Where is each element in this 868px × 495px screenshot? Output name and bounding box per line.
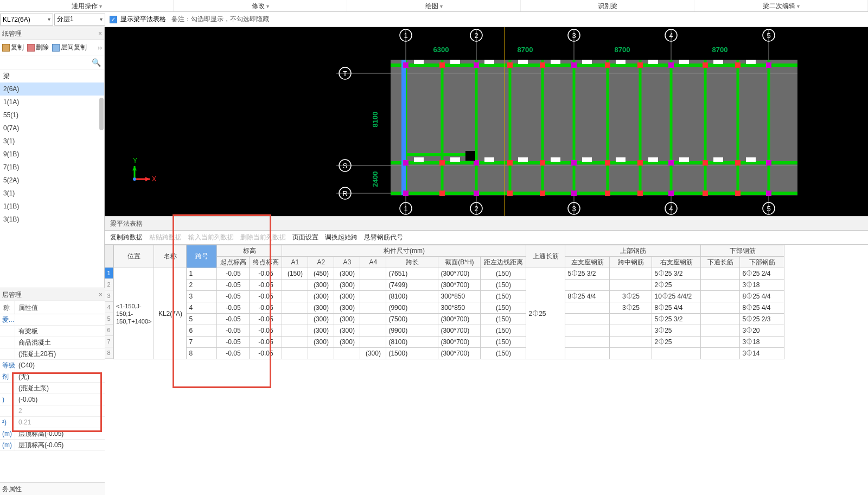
tool-swap-start[interactable]: 调换起始跨 bbox=[325, 233, 358, 242]
svg-text:T: T bbox=[343, 69, 347, 78]
svg-text:8100: 8100 bbox=[371, 112, 379, 128]
property-row[interactable]: ²)0.21 bbox=[0, 417, 105, 428]
svg-rect-73 bbox=[507, 160, 513, 166]
svg-rect-74 bbox=[540, 160, 545, 166]
property-row[interactable]: 等级(C40) bbox=[0, 360, 105, 371]
table-row[interactable]: 7-0.05-0.05(300)(300)(8100)(300*700)(150… bbox=[114, 337, 784, 348]
svg-rect-68 bbox=[735, 62, 741, 68]
tool-delete-col[interactable]: 删除当前列数据 bbox=[240, 233, 286, 242]
svg-rect-110 bbox=[551, 157, 560, 162]
svg-rect-99 bbox=[551, 60, 560, 64]
search-row[interactable]: 🔍 bbox=[0, 55, 104, 69]
table-row[interactable]: 5-0.05-0.05(300)(300)(7500)(300*700)(150… bbox=[114, 314, 784, 325]
top-tab-general[interactable]: 通用操作▾ bbox=[0, 0, 174, 11]
svg-rect-57 bbox=[401, 60, 406, 195]
table-row[interactable]: 4-0.05-0.05(300)(300)(9900)300*850(150)3… bbox=[114, 302, 784, 314]
svg-rect-92 bbox=[735, 191, 741, 196]
data-grid[interactable]: 12345678 位置 名称 跨号 标高 构件尺寸(mm) 上通长筋 bbox=[105, 245, 868, 359]
tool-paste-span[interactable]: 粘贴跨数据 bbox=[149, 233, 182, 242]
more-icon[interactable]: ›› bbox=[98, 44, 102, 52]
beam-selector[interactable]: KL72(6A)▾ bbox=[0, 14, 53, 26]
top-tab-secondary[interactable]: 梁二次编辑▾ bbox=[694, 0, 868, 11]
tool-copy-span[interactable]: 复制跨数据 bbox=[110, 233, 143, 242]
svg-rect-63 bbox=[571, 62, 577, 68]
svg-rect-72 bbox=[474, 160, 479, 166]
scrollbar-thumb[interactable] bbox=[99, 98, 104, 130]
property-row[interactable]: 有梁板 bbox=[0, 326, 105, 337]
panel-close-icon[interactable]: × bbox=[98, 27, 102, 40]
svg-text:Y: Y bbox=[133, 157, 137, 164]
svg-rect-79 bbox=[703, 160, 708, 166]
beam-data-table[interactable]: 位置 名称 跨号 标高 构件尺寸(mm) 上通长筋 上部钢筋 下部钢筋 起点标高… bbox=[113, 245, 784, 359]
property-row[interactable]: 2 bbox=[0, 405, 105, 417]
svg-rect-101 bbox=[616, 60, 626, 64]
left-sidebar: 纸管理 × 复制 删除 层间复制 ›› 🔍 梁 2(6A) 1(1A) 55(1… bbox=[0, 27, 105, 495]
svg-rect-111 bbox=[582, 157, 592, 162]
tree-item[interactable]: 3(1) bbox=[0, 187, 104, 200]
svg-text:5: 5 bbox=[767, 205, 770, 213]
top-tab-draw[interactable]: 绘图▾ bbox=[347, 0, 521, 11]
search-icon[interactable]: 🔍 bbox=[92, 58, 101, 67]
tree-item[interactable]: 2(6A) bbox=[0, 82, 104, 96]
property-row[interactable]: (m)层顶标高(-0.05) bbox=[0, 428, 105, 440]
property-row[interactable]: (m)层顶标高(-0.05) bbox=[0, 440, 105, 451]
tree-item[interactable]: 5(2A) bbox=[0, 174, 104, 187]
table-row[interactable]: 8-0.05-0.05(300)(1500)(300*700)(150)3⏀14 bbox=[114, 348, 784, 359]
table-title: 梁平法表格 bbox=[105, 217, 868, 231]
tree-item[interactable]: 9(1B) bbox=[0, 148, 104, 161]
property-row[interactable]: 剂(无) bbox=[0, 371, 105, 383]
tree-item[interactable]: 3(1B) bbox=[0, 213, 104, 226]
svg-rect-98 bbox=[518, 60, 528, 64]
svg-text:R: R bbox=[342, 189, 347, 198]
drawing-viewport[interactable]: 12345 12345 TSR 6300870087008700 8100240… bbox=[105, 27, 868, 216]
top-tab-recognize[interactable]: 识别梁 bbox=[521, 0, 694, 11]
top-tab-bar: 通用操作▾ 修改▾ 绘图▾ 识别梁 梁二次编辑▾ bbox=[0, 0, 868, 12]
tree-item[interactable]: 3(1) bbox=[0, 135, 104, 148]
property-row[interactable]: (混凝土20石) bbox=[0, 348, 105, 360]
tree-item[interactable]: 55(1) bbox=[0, 109, 104, 122]
svg-rect-96 bbox=[450, 60, 460, 64]
svg-marker-123 bbox=[145, 177, 150, 181]
prop-footer[interactable]: 务属性 bbox=[0, 482, 105, 495]
note-text: 备注：勾选即显示，不勾选即隐藏 bbox=[171, 15, 269, 24]
show-table-label: 显示梁平法表格 bbox=[120, 15, 166, 24]
tool-cantilever[interactable]: 悬臂钢筋代号 bbox=[364, 233, 403, 242]
property-row[interactable]: (混凝土泵) bbox=[0, 383, 105, 394]
svg-rect-93 bbox=[766, 191, 771, 196]
panel-close-icon[interactable]: × bbox=[99, 288, 103, 301]
tree-item[interactable]: 7(1B) bbox=[0, 161, 104, 174]
svg-rect-112 bbox=[616, 157, 626, 162]
svg-text:5: 5 bbox=[767, 31, 770, 40]
tree-item[interactable]: 1(1B) bbox=[0, 200, 104, 213]
svg-rect-105 bbox=[746, 60, 756, 64]
table-row[interactable]: 3-0.05-0.05(300)(300)(8100)300*850(150)8… bbox=[114, 291, 784, 302]
selector-row: KL72(6A)▾ 分层1▾ ✓ 显示梁平法表格 备注：勾选即显示，不勾选即隐藏 bbox=[0, 12, 868, 27]
table-row[interactable]: 6-0.05-0.05(300)(300)(9900)(300*700)(150… bbox=[114, 325, 784, 337]
top-tab-modify[interactable]: 修改▾ bbox=[174, 0, 347, 11]
copy-button[interactable]: 复制 bbox=[2, 43, 24, 52]
table-row[interactable]: 2-0.05-0.05(300)(300)(7499)(300*700)(150… bbox=[114, 280, 784, 291]
svg-point-125 bbox=[133, 177, 136, 181]
delete-button[interactable]: 删除 bbox=[27, 43, 49, 52]
svg-rect-91 bbox=[703, 191, 708, 196]
property-row[interactable]: )(-0.05) bbox=[0, 394, 105, 405]
svg-text:8700: 8700 bbox=[518, 46, 533, 54]
table-row[interactable]: <1-150,J-150;1-150,T+1400>KL2(7A)1-0.05-… bbox=[114, 268, 784, 280]
tool-page-setup[interactable]: 页面设置 bbox=[292, 233, 318, 242]
svg-rect-64 bbox=[605, 62, 610, 68]
property-row[interactable]: 商品混凝土 bbox=[0, 337, 105, 348]
tool-input-col[interactable]: 输入当前列数据 bbox=[188, 233, 234, 242]
property-row[interactable]: 爱... bbox=[0, 314, 105, 326]
floor-selector[interactable]: 分层1▾ bbox=[54, 14, 105, 26]
tree-item[interactable]: 0(7A) bbox=[0, 122, 104, 135]
layer-copy-button[interactable]: 层间复制 bbox=[52, 43, 87, 52]
show-table-checkbox[interactable]: ✓ bbox=[110, 16, 117, 23]
svg-rect-67 bbox=[703, 62, 708, 68]
svg-rect-88 bbox=[605, 191, 610, 196]
svg-rect-84 bbox=[474, 191, 479, 196]
tree-category[interactable]: 梁 bbox=[0, 69, 104, 82]
svg-rect-71 bbox=[439, 160, 445, 166]
svg-rect-107 bbox=[450, 157, 460, 162]
tree-item[interactable]: 1(1A) bbox=[0, 96, 104, 109]
svg-text:2400: 2400 bbox=[371, 172, 379, 187]
